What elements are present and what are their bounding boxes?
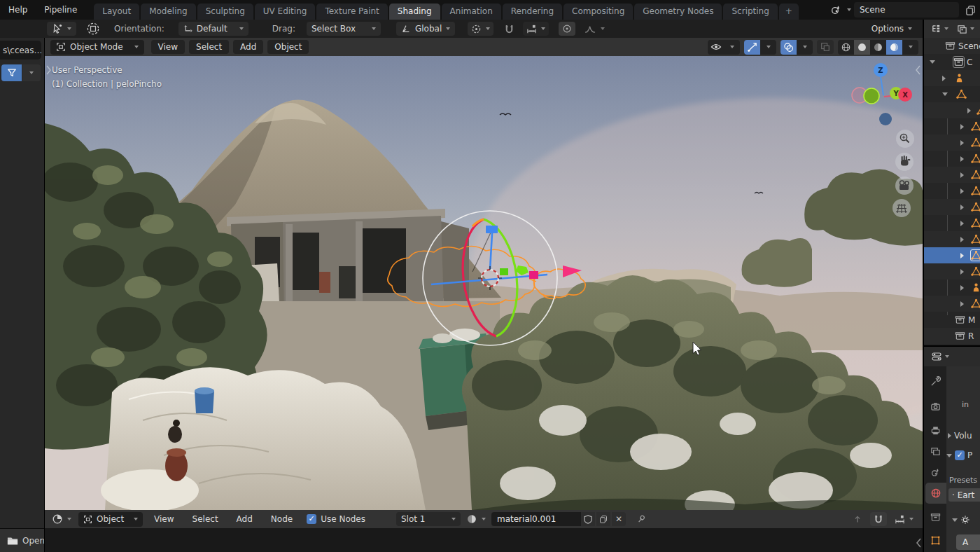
axis-neg-z-ball[interactable] — [879, 113, 892, 125]
menu-view[interactable]: View — [147, 512, 181, 526]
outliner-row-mesh[interactable] — [924, 102, 980, 118]
chevron-down-icon[interactable] — [945, 355, 949, 358]
pin-icon[interactable] — [633, 512, 650, 526]
expand-icon[interactable] — [967, 108, 971, 113]
expand-icon[interactable] — [960, 156, 964, 162]
tab-render[interactable] — [924, 396, 946, 417]
menu-node[interactable]: Node — [264, 512, 300, 526]
chevron-down-icon[interactable] — [760, 40, 776, 55]
tab-geometry-nodes[interactable]: Geometry Nodes — [634, 4, 722, 20]
outliner-row-mesh[interactable] — [924, 183, 980, 199]
expand-icon[interactable] — [960, 172, 964, 178]
outliner-row-data[interactable]: M — [924, 312, 980, 328]
outliner-row-mesh[interactable] — [924, 215, 980, 231]
expand-icon[interactable] — [960, 237, 964, 242]
mode-dropdown[interactable]: Object Mode — [50, 40, 144, 55]
chevron-down-icon[interactable] — [847, 8, 851, 11]
tab-scripting[interactable]: Scripting — [723, 4, 777, 20]
expand-icon[interactable] — [960, 205, 964, 210]
solid-shading-icon[interactable] — [854, 40, 870, 55]
outliner-row-mesh[interactable] — [924, 263, 980, 280]
tab-output[interactable] — [924, 420, 946, 441]
tab-uv-editing[interactable]: UV Editing — [255, 4, 316, 20]
expand-icon[interactable] — [960, 188, 964, 194]
path-field[interactable]: s\cceas… — [0, 41, 41, 60]
tab-shading[interactable]: Shading — [389, 4, 440, 20]
scale-x-handle[interactable] — [529, 271, 538, 279]
tab-compositing[interactable]: Compositing — [564, 4, 633, 20]
tab-world[interactable] — [925, 483, 946, 504]
filter-dropdown[interactable] — [22, 64, 41, 81]
scroll-left-icon[interactable] — [914, 537, 924, 549]
menu-select[interactable]: Select — [186, 512, 225, 526]
scene-name-field[interactable]: Scene — [854, 2, 959, 18]
chevron-down-icon[interactable] — [902, 40, 918, 55]
collapse-icon[interactable] — [942, 92, 948, 96]
sun-section[interactable] — [952, 515, 970, 525]
properties-editor-icon[interactable] — [931, 351, 942, 362]
copy-material-icon[interactable] — [596, 512, 610, 526]
expand-icon[interactable] — [960, 140, 964, 146]
outliner-row-mesh[interactable] — [924, 118, 980, 134]
shader-type-dropdown[interactable]: Object — [78, 512, 143, 527]
material-preview-shading-icon[interactable] — [870, 40, 886, 55]
menu-object[interactable]: Object — [267, 40, 309, 54]
volume-section[interactable]: Volu — [948, 431, 972, 441]
chevron-down-icon[interactable] — [944, 27, 948, 30]
tab-texture-paint[interactable]: Texture Paint — [316, 4, 387, 20]
outliner-row-armature[interactable] — [924, 280, 980, 296]
material-slot-dropdown[interactable]: Slot 1 — [396, 512, 461, 526]
proportional-editing-icon[interactable] — [559, 22, 575, 36]
zoom-button[interactable] — [896, 130, 914, 148]
expand-icon[interactable] — [960, 221, 964, 226]
translate-z-handle[interactable] — [486, 226, 498, 233]
options-dropdown[interactable]: Options — [867, 22, 917, 36]
active-tool-dropdown[interactable] — [47, 22, 76, 36]
snap-magnet-icon[interactable] — [870, 512, 887, 526]
sun-checkbox-row[interactable]: ✓ P — [946, 450, 972, 460]
unlink-material-button[interactable]: ✕ — [612, 512, 626, 526]
outliner-editor-icon[interactable] — [931, 24, 941, 34]
tab-scene[interactable] — [924, 462, 946, 483]
expand-icon[interactable] — [960, 269, 964, 275]
gizmo-settings-icon[interactable] — [85, 22, 102, 36]
menu-help[interactable]: Help — [0, 2, 36, 18]
animate-button[interactable]: A — [956, 534, 980, 550]
falloff-dropdown[interactable] — [581, 22, 608, 36]
outliner-row-armature[interactable] — [924, 70, 980, 86]
expand-icon[interactable] — [960, 253, 964, 258]
pivot-point-dropdown[interactable] — [468, 22, 493, 36]
display-mode-icon[interactable] — [957, 24, 967, 34]
outliner-row-mesh[interactable] — [924, 86, 980, 102]
tab-rendering[interactable]: Rendering — [503, 4, 562, 20]
show-overlays-toggle[interactable] — [780, 40, 797, 55]
collapse-icon[interactable] — [930, 60, 935, 64]
outliner-row-data[interactable] — [924, 344, 980, 345]
rendered-shading-icon[interactable] — [886, 40, 902, 55]
material-name-field[interactable]: material0.001 — [491, 512, 581, 526]
editor-type-dropdown[interactable] — [49, 512, 74, 526]
outliner-row-mesh[interactable] — [924, 151, 980, 167]
outliner-row-collection[interactable]: C — [924, 54, 980, 70]
expand-icon[interactable] — [960, 124, 964, 130]
expand-icon[interactable] — [960, 285, 964, 291]
outliner-row-mesh[interactable] — [924, 199, 980, 215]
expand-icon[interactable] — [960, 301, 964, 307]
shader-editor-canvas[interactable] — [45, 528, 923, 552]
transform-pivot-dropdown[interactable]: Global — [396, 22, 455, 36]
outliner-row-mesh[interactable] — [924, 167, 980, 183]
chevron-down-icon[interactable] — [970, 27, 974, 30]
tab-collection[interactable] — [924, 506, 946, 527]
xray-toggle[interactable] — [817, 40, 834, 54]
snap-settings-dropdown[interactable] — [523, 22, 549, 36]
outliner-row-mesh-selected[interactable] — [924, 247, 980, 263]
add-workspace-button[interactable]: + — [779, 4, 799, 20]
menu-pipeline[interactable]: Pipeline — [36, 2, 85, 18]
use-nodes-checkbox[interactable]: ✓ — [307, 514, 316, 524]
filter-button[interactable] — [1, 64, 22, 81]
outliner-row-mesh[interactable] — [924, 231, 980, 247]
chevron-down-icon[interactable] — [724, 40, 740, 55]
tab-sculpting[interactable]: Sculpting — [197, 4, 253, 20]
outliner-row-scene[interactable]: Scene — [924, 38, 980, 54]
scene-type-icon[interactable] — [827, 3, 844, 17]
